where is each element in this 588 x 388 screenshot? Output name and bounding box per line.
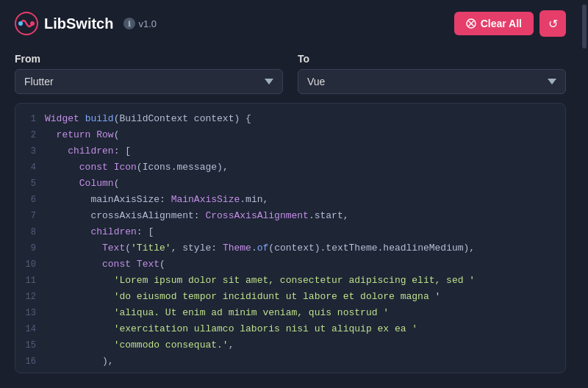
code-line: 4 const Icon(Icons.message),: [15, 159, 565, 176]
line-number: 3: [15, 143, 45, 159]
line-content: 'commodo consequat.',: [45, 337, 565, 353]
line-number: 15: [15, 337, 45, 353]
info-icon: ℹ: [123, 18, 135, 29]
scrollbar[interactable]: [581, 0, 588, 388]
scrollbar-thumb: [582, 4, 587, 48]
clear-all-button[interactable]: Clear All: [454, 12, 534, 35]
line-content: const Text(: [45, 256, 565, 273]
code-line: 2 return Row(: [15, 127, 565, 143]
line-content: 'exercitation ullamco laboris nisi ut al…: [45, 321, 565, 337]
line-content: mainAxisSize: MainAxisSize.min,: [45, 192, 565, 208]
line-number: 14: [15, 321, 45, 337]
header: LibSwitch ℹ v1.0 Clear All: [0, 0, 581, 47]
line-number: 2: [15, 127, 45, 143]
dropdowns-section: From Flutter React Angular Svelte To Vue…: [0, 47, 581, 103]
code-line: 13 'aliqua. Ut enim ad minim veniam, qui…: [15, 305, 565, 321]
from-dropdown-group: From Flutter React Angular Svelte: [15, 53, 283, 94]
code-line: 15 'commodo consequat.',: [15, 337, 565, 353]
line-number: 12: [15, 289, 45, 305]
code-line: 6 mainAxisSize: MainAxisSize.min,: [15, 192, 565, 208]
to-dropdown[interactable]: Vue React Angular Svelte: [298, 69, 566, 94]
history-button[interactable]: ↺: [539, 10, 566, 37]
line-content: return Row(: [45, 127, 565, 143]
logo-area: LibSwitch ℹ v1.0: [15, 12, 157, 35]
code-editor[interactable]: 1Widget build(BuildContext context) {2 r…: [15, 104, 565, 373]
version-badge: ℹ v1.0: [123, 18, 157, 29]
line-content: 'Lorem ipsum dolor sit amet, consectetur…: [45, 273, 565, 289]
code-editor-area: 1Widget build(BuildContext context) {2 r…: [15, 103, 566, 373]
code-line: 12 'do eiusmod tempor incididunt ut labo…: [15, 289, 565, 305]
line-content: ),: [45, 353, 565, 370]
dropdowns-row: From Flutter React Angular Svelte To Vue…: [15, 53, 566, 94]
line-content: 'do eiusmod tempor incididunt ut labore …: [45, 289, 565, 305]
code-line: 14 'exercitation ullamco laboris nisi ut…: [15, 321, 565, 337]
line-content: children: [: [45, 143, 565, 159]
line-number: 6: [15, 192, 45, 208]
to-dropdown-group: To Vue React Angular Svelte: [298, 53, 566, 94]
version-text: v1.0: [138, 18, 157, 29]
app-title: LibSwitch: [44, 15, 113, 32]
code-line: 16 ),: [15, 353, 565, 370]
line-number: 11: [15, 273, 45, 289]
line-content: 'aliqua. Ut enim ad minim veniam, quis n…: [45, 305, 565, 321]
from-label: From: [15, 53, 283, 65]
line-content: children: [: [45, 224, 565, 240]
code-line: 7 crossAxisAlignment: CrossAxisAlignment…: [15, 208, 565, 224]
line-content: Widget build(BuildContext context) {: [45, 111, 565, 127]
code-line: 5 Column(: [15, 176, 565, 192]
line-number: 17: [15, 370, 45, 373]
code-line: 1Widget build(BuildContext context) {: [15, 111, 565, 127]
libswitch-logo-icon: [15, 12, 38, 35]
line-content: Column(: [45, 176, 565, 192]
code-line: 3 children: [: [15, 143, 565, 159]
line-number: 9: [15, 240, 45, 256]
line-number: 1: [15, 111, 45, 127]
code-line: 8 children: [: [15, 224, 565, 240]
code-line: 17 ],: [15, 370, 565, 373]
history-icon: ↺: [548, 17, 558, 31]
line-content: const Icon(Icons.message),: [45, 159, 565, 176]
line-number: 8: [15, 224, 45, 240]
header-actions: Clear All ↺: [454, 10, 566, 37]
to-label: To: [298, 53, 566, 65]
line-number: 10: [15, 256, 45, 273]
clear-icon: [466, 18, 476, 29]
svg-point-2: [30, 21, 35, 26]
code-line: 9 Text('Title', style: Theme.of(context)…: [15, 240, 565, 256]
line-number: 16: [15, 353, 45, 370]
line-content: ],: [45, 370, 565, 373]
line-number: 4: [15, 159, 45, 176]
line-number: 5: [15, 176, 45, 192]
line-content: crossAxisAlignment: CrossAxisAlignment.s…: [45, 208, 565, 224]
from-dropdown[interactable]: Flutter React Angular Svelte: [15, 69, 283, 94]
line-number: 13: [15, 305, 45, 321]
line-content: Text('Title', style: Theme.of(context).t…: [45, 240, 565, 256]
code-line: 11 'Lorem ipsum dolor sit amet, consecte…: [15, 273, 565, 289]
line-number: 7: [15, 208, 45, 224]
code-line: 10 const Text(: [15, 256, 565, 273]
svg-point-1: [18, 21, 23, 26]
